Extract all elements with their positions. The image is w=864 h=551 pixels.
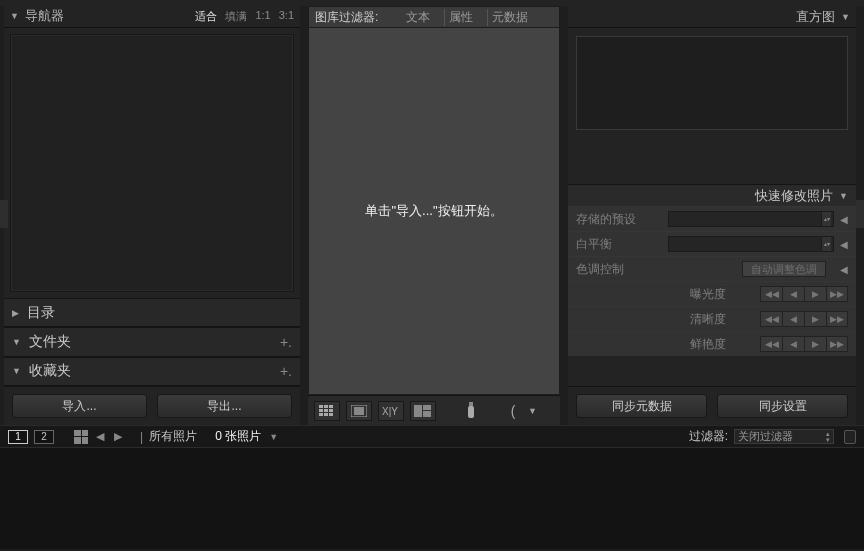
svg-rect-1 [324,405,328,408]
wb-label: 白平衡 [576,236,662,253]
spray-tool-button[interactable] [458,401,484,421]
vibrance-inc-large[interactable]: ▶▶ [826,336,848,352]
filter-attribute[interactable]: 属性 [444,9,477,26]
zoom-3-1[interactable]: 3:1 [279,9,294,24]
navigator-header[interactable]: ▼ 导航器 适合 填满 1:1 3:1 [4,6,300,28]
exposure-dec-large[interactable]: ◀◀ [760,286,782,302]
filmstrip[interactable] [0,447,864,549]
chevron-right-icon: ▶ [12,308,19,318]
export-button[interactable]: 导出... [157,394,292,418]
vibrance-stepper: ◀◀ ◀ ▶ ▶▶ [760,336,848,352]
quick-develop-title: 快速修改照片 [755,187,833,205]
navigator-zoom-levels: 适合 填满 1:1 3:1 [195,9,294,24]
svg-rect-14 [423,411,431,417]
survey-view-button[interactable] [410,401,436,421]
exposure-dec[interactable]: ◀ [782,286,804,302]
zoom-1-1[interactable]: 1:1 [255,9,270,24]
sort-direction-button[interactable]: ( [500,401,526,421]
navigator-preview [10,34,294,292]
import-button[interactable]: 导入... [12,394,147,418]
navigator-title: 导航器 [25,7,64,25]
catalog-label: 目录 [27,304,55,322]
filter-lock-icon[interactable] [844,430,856,444]
chevron-down-icon[interactable]: ▼ [528,406,537,416]
clarity-inc-large[interactable]: ▶▶ [826,311,848,327]
zoom-fit[interactable]: 适合 [195,9,217,24]
right-panel-toggle[interactable] [856,200,864,228]
tone-label: 色调控制 [576,261,662,278]
center-toolbar: X|Y ( ▼ [308,395,560,425]
clarity-stepper: ◀◀ ◀ ▶ ▶▶ [760,311,848,327]
sync-settings-button[interactable]: 同步设置 [717,394,848,418]
empty-hint: 单击"导入..."按钮开始。 [365,202,502,220]
monitor-1-button[interactable]: 1 [8,430,28,444]
exposure-row: 曝光度 ◀◀ ◀ ▶ ▶▶ [568,281,856,306]
vibrance-label: 鲜艳度 [576,336,726,353]
tone-row: 色调控制 自动调整色调 ◀ [568,256,856,281]
chevron-left-icon[interactable]: ◀ [840,239,848,250]
zoom-fill[interactable]: 填满 [225,9,247,24]
svg-rect-3 [319,409,323,412]
left-panel-toggle[interactable] [0,200,8,228]
filter-text[interactable]: 文本 [402,9,434,26]
clarity-dec-large[interactable]: ◀◀ [760,311,782,327]
center-panel: 图库过滤器: 文本 属性 元数据 单击"导入..."按钮开始。 X|Y [308,6,560,425]
svg-rect-2 [329,405,333,408]
add-collection-icon[interactable]: +. [280,363,292,379]
chevron-down-icon: ▼ [841,12,850,22]
svg-rect-10 [354,407,364,415]
preset-select[interactable]: ▴▾ [668,211,834,227]
svg-rect-6 [319,413,323,416]
svg-rect-0 [319,405,323,408]
clarity-dec[interactable]: ◀ [782,311,804,327]
filter-metadata[interactable]: 元数据 [487,9,532,26]
wb-select[interactable]: ▴▾ [668,236,834,252]
grid-view-button[interactable] [314,401,340,421]
exposure-inc[interactable]: ▶ [804,286,826,302]
filter-preset-select[interactable]: 关闭过滤器 ▴▾ [734,429,834,444]
catalog-panel-header[interactable]: ▶ 目录 [4,298,300,327]
chevron-down-icon: ▼ [839,191,848,201]
exposure-inc-large[interactable]: ▶▶ [826,286,848,302]
chevron-down-icon[interactable]: ▼ [269,432,278,442]
quick-develop-header[interactable]: 快速修改照片 ▼ [568,184,856,206]
chevron-down-icon: ▼ [12,337,21,347]
content-canvas: 单击"导入..."按钮开始。 [308,28,560,395]
collections-panel-header[interactable]: ▼ 收藏夹 +. [4,357,300,386]
vibrance-inc[interactable]: ▶ [804,336,826,352]
auto-tone-button[interactable]: 自动调整色调 [742,261,826,277]
left-footer-buttons: 导入... 导出... [4,386,300,425]
monitor-2-button[interactable]: 2 [34,430,54,444]
filter-preset-value: 关闭过滤器 [738,429,793,444]
breadcrumb[interactable]: 所有照片 [149,428,197,445]
loupe-view-button[interactable] [346,401,372,421]
grid-icon[interactable] [74,430,88,444]
add-folder-icon[interactable]: +. [280,334,292,350]
histogram-title: 直方图 [796,8,835,26]
histogram-display [576,36,848,130]
nav-back-icon[interactable]: ◀ [94,430,106,443]
vibrance-dec[interactable]: ◀ [782,336,804,352]
chevron-left-icon[interactable]: ◀ [840,264,848,275]
sync-metadata-button[interactable]: 同步元数据 [576,394,707,418]
main-area: ▼ 导航器 适合 填满 1:1 3:1 ▶ 目录 ▼ 文件夹 +. ▼ 收藏夹 … [0,6,864,425]
filter-bar-label: 图库过滤器: [315,9,378,26]
photo-count: 0 张照片 [215,428,261,445]
collections-label: 收藏夹 [29,362,71,380]
chevron-left-icon[interactable]: ◀ [840,214,848,225]
chevron-down-icon: ▼ [12,366,21,376]
compare-view-button[interactable]: X|Y [378,401,404,421]
clarity-inc[interactable]: ▶ [804,311,826,327]
exposure-label: 曝光度 [576,286,726,303]
svg-rect-8 [329,413,333,416]
histogram-header[interactable]: 直方图 ▼ [568,6,856,28]
folders-panel-header[interactable]: ▼ 文件夹 +. [4,327,300,356]
clarity-label: 清晰度 [576,311,726,328]
wb-row: 白平衡 ▴▾ ◀ [568,231,856,256]
svg-rect-5 [329,409,333,412]
vibrance-dec-large[interactable]: ◀◀ [760,336,782,352]
chevron-down-icon: ▼ [10,11,19,21]
svg-rect-16 [469,402,473,406]
library-filter-bar: 图库过滤器: 文本 属性 元数据 [308,6,560,28]
nav-forward-icon[interactable]: ▶ [112,430,124,443]
